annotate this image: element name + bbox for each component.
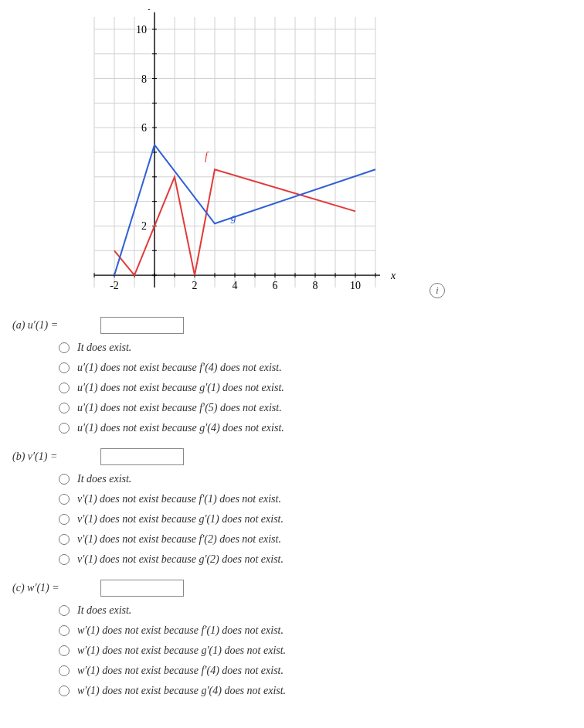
option-b-3: v′(1) does not exist because f′(2) does … — [59, 533, 572, 546]
svg-text:x: x — [390, 270, 396, 281]
option-c-1: w′(1) does not exist because f′(1) does … — [59, 624, 572, 637]
radio-b-2[interactable] — [59, 514, 70, 525]
option-c-4: w′(1) does not exist because g′(4) does … — [59, 685, 572, 697]
radio-b-0[interactable] — [59, 474, 70, 485]
option-label-b-3: v′(1) does not exist because f′(2) does … — [77, 533, 281, 546]
answer-input-a[interactable] — [100, 317, 184, 334]
option-a-0: It does exist. — [59, 342, 572, 354]
svg-text:y: y — [148, 9, 154, 10]
svg-text:6: 6 — [141, 122, 147, 134]
radio-b-3[interactable] — [59, 534, 70, 545]
svg-text:10: 10 — [136, 24, 147, 36]
option-label-b-1: v′(1) does not exist because f′(1) does … — [77, 493, 281, 505]
radio-c-4[interactable] — [59, 685, 70, 696]
svg-text:4: 4 — [233, 280, 238, 291]
option-label-a-1: u′(1) does not exist because f′(4) does … — [77, 362, 282, 374]
option-b-2: v′(1) does not exist because g′(1) does … — [59, 513, 572, 526]
question-a-label: (a) u′(1) = — [12, 319, 97, 332]
option-a-3: u′(1) does not exist because f′(5) does … — [59, 402, 572, 414]
svg-text:g: g — [231, 212, 236, 223]
option-label-b-4: v′(1) does not exist because g′(2) does … — [77, 553, 284, 566]
option-label-c-2: w′(1) does not exist because g′(1) does … — [77, 645, 286, 657]
radio-b-1[interactable] — [59, 494, 70, 505]
question-c-label: (c) w′(1) = — [12, 582, 97, 594]
radio-c-1[interactable] — [59, 625, 70, 636]
option-label-c-4: w′(1) does not exist because g′(4) does … — [77, 685, 286, 697]
option-a-4: u′(1) does not exist because g′(4) does … — [59, 422, 572, 434]
answer-input-c[interactable] — [100, 580, 184, 597]
radio-a-4[interactable] — [59, 423, 70, 434]
option-b-4: v′(1) does not exist because g′(2) does … — [59, 553, 572, 566]
option-label-a-0: It does exist. — [77, 342, 131, 354]
options-b: It does exist.v′(1) does not exist becau… — [59, 473, 572, 566]
option-a-1: u′(1) does not exist because f′(4) does … — [59, 362, 572, 374]
svg-text:8: 8 — [313, 280, 318, 291]
option-label-a-4: u′(1) does not exist because g′(4) does … — [77, 422, 284, 434]
radio-a-1[interactable] — [59, 362, 70, 373]
chart-container: -224681026810xyfg i — [66, 9, 422, 303]
option-c-0: It does exist. — [59, 604, 572, 617]
radio-c-2[interactable] — [59, 645, 70, 656]
option-label-b-0: It does exist. — [77, 473, 131, 485]
question-b-label: (b) v′(1) = — [12, 451, 97, 463]
option-c-3: w′(1) does not exist because f′(4) does … — [59, 665, 572, 677]
answer-input-b[interactable] — [100, 448, 184, 465]
svg-text:2: 2 — [141, 220, 147, 232]
option-label-c-1: w′(1) does not exist because f′(1) does … — [77, 624, 284, 637]
radio-a-0[interactable] — [59, 342, 70, 353]
option-label-c-3: w′(1) does not exist because f′(4) does … — [77, 665, 284, 677]
svg-text:8: 8 — [141, 73, 147, 85]
option-label-c-0: It does exist. — [77, 604, 131, 617]
option-label-a-3: u′(1) does not exist because f′(5) does … — [77, 402, 282, 414]
question-b: (b) v′(1) = It does exist.v′(1) does not… — [12, 448, 572, 566]
question-a-line: (a) u′(1) = — [12, 317, 572, 334]
options-a: It does exist.u′(1) does not exist becau… — [59, 342, 572, 434]
question-c-line: (c) w′(1) = — [12, 580, 572, 597]
svg-text:-2: -2 — [110, 280, 119, 291]
radio-b-4[interactable] — [59, 554, 70, 565]
svg-text:2: 2 — [192, 280, 198, 291]
options-c: It does exist.w′(1) does not exist becau… — [59, 604, 572, 697]
chart: -224681026810xyfg — [66, 9, 406, 303]
svg-text:6: 6 — [273, 280, 278, 291]
question-b-line: (b) v′(1) = — [12, 448, 572, 465]
option-label-b-2: v′(1) does not exist because g′(1) does … — [77, 513, 284, 526]
info-icon[interactable]: i — [430, 283, 445, 298]
radio-a-3[interactable] — [59, 403, 70, 413]
option-c-2: w′(1) does not exist because g′(1) does … — [59, 645, 572, 657]
radio-c-0[interactable] — [59, 605, 70, 616]
radio-a-2[interactable] — [59, 383, 70, 393]
svg-text:10: 10 — [350, 280, 361, 291]
option-b-0: It does exist. — [59, 473, 572, 485]
option-a-2: u′(1) does not exist because g′(1) does … — [59, 382, 572, 394]
option-b-1: v′(1) does not exist because f′(1) does … — [59, 493, 572, 505]
radio-c-3[interactable] — [59, 665, 70, 676]
option-label-a-2: u′(1) does not exist because g′(1) does … — [77, 382, 284, 394]
question-c: (c) w′(1) = It does exist.w′(1) does not… — [12, 580, 572, 697]
question-a: (a) u′(1) = It does exist.u′(1) does not… — [12, 317, 572, 434]
